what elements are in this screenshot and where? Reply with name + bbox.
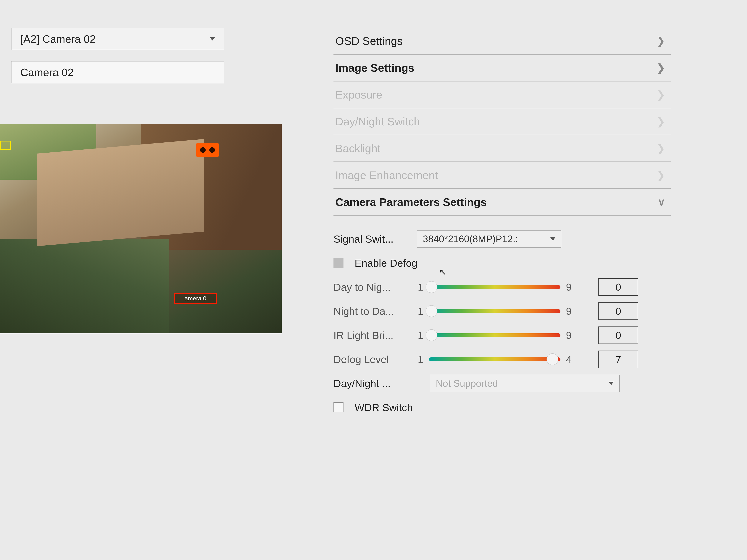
day-to-night-slider-line: Day to Nig... 1 9 0 — [334, 275, 671, 299]
preview-camera-name-overlay: amera 0 — [174, 293, 217, 304]
exposure-row: Exposure ❯ — [334, 81, 671, 108]
defog-level-value[interactable]: 7 — [598, 351, 638, 368]
ir-light-label: IR Light Bri... — [334, 329, 411, 341]
signal-switch-label: Signal Swit... — [334, 233, 411, 245]
camera-name-value: Camera 02 — [20, 66, 74, 79]
day-night-mode-value: Not Supported — [436, 378, 498, 389]
recording-indicator-icon — [197, 142, 218, 157]
slider-thumb[interactable] — [546, 353, 559, 365]
day-to-night-label: Day to Nig... — [334, 281, 411, 293]
slider-thumb[interactable] — [426, 329, 437, 341]
chevron-right-icon: ❯ — [656, 62, 665, 74]
ir-light-value[interactable]: 0 — [598, 326, 638, 344]
day-night-mode-line: Day/Night ... Not Supported — [334, 371, 671, 395]
night-to-day-slider[interactable] — [429, 309, 561, 313]
wdr-switch-line: WDR Switch — [334, 395, 671, 420]
ir-light-slider-line: IR Light Bri... 1 9 0 — [334, 323, 671, 347]
camera-parameters-row[interactable]: Camera Parameters Settings ∨ — [334, 189, 671, 216]
signal-switch-dropdown[interactable]: 3840*2160(8MP)P12.: — [417, 230, 561, 248]
image-enhancement-label: Image Enhancement — [335, 169, 438, 182]
slider-max: 9 — [565, 305, 572, 317]
camera-select-dropdown[interactable]: [A2] Camera 02 — [11, 28, 224, 50]
camera-name-input[interactable]: Camera 02 — [11, 61, 224, 83]
day-to-night-value[interactable]: 0 — [598, 278, 638, 296]
osd-settings-label: OSD Settings — [335, 35, 403, 47]
ir-light-slider[interactable] — [429, 334, 561, 337]
camera-parameters-body: Signal Swit... 3840*2160(8MP)P12.: Enabl… — [334, 216, 671, 420]
signal-switch-value: 3840*2160(8MP)P12.: — [423, 233, 518, 244]
wdr-switch-label: WDR Switch — [355, 401, 413, 414]
backlight-row: Backlight ❯ — [334, 135, 671, 162]
chevron-right-icon: ❯ — [656, 89, 665, 101]
night-to-day-slider-line: Night to Da... 1 9 0 — [334, 299, 671, 323]
chevron-right-icon: ❯ — [656, 142, 665, 154]
day-night-switch-row: Day/Night Switch ❯ — [334, 108, 671, 135]
caret-down-icon — [609, 382, 614, 385]
defog-level-label: Defog Level — [334, 353, 411, 365]
image-settings-row[interactable]: Image Settings ❯ — [334, 55, 671, 81]
backlight-label: Backlight — [335, 142, 380, 155]
image-settings-label: Image Settings — [335, 61, 414, 74]
preview-detection-box-icon — [0, 141, 11, 150]
defog-level-slider-line: Defog Level 1 4 7 — [334, 347, 671, 371]
slider-max: 9 — [565, 329, 572, 341]
slider-thumb[interactable] — [426, 305, 437, 317]
slider-min: 1 — [417, 281, 424, 293]
day-night-switch-label: Day/Night Switch — [335, 115, 420, 128]
camera-select-value: [A2] Camera 02 — [20, 33, 96, 45]
night-to-day-label: Night to Da... — [334, 305, 411, 317]
slider-min: 1 — [417, 305, 424, 317]
enable-defog-checkbox[interactable] — [334, 258, 343, 268]
chevron-right-icon: ❯ — [656, 169, 665, 181]
signal-switch-line: Signal Swit... 3840*2160(8MP)P12.: — [334, 227, 671, 251]
osd-settings-row[interactable]: OSD Settings ❯ — [334, 28, 671, 55]
night-to-day-value[interactable]: 0 — [598, 302, 638, 320]
wdr-switch-checkbox[interactable] — [334, 402, 343, 412]
cursor-pointer-icon: ↖ — [439, 267, 446, 277]
slider-min: 1 — [417, 329, 424, 341]
slider-max: 9 — [565, 281, 572, 293]
caret-down-icon — [210, 37, 215, 41]
day-night-mode-label: Day/Night ... — [334, 377, 424, 390]
chevron-down-icon: ∨ — [658, 196, 665, 208]
preview-driveway — [37, 139, 204, 246]
caret-down-icon — [550, 237, 556, 241]
slider-max: 4 — [565, 353, 572, 365]
slider-min: 1 — [417, 353, 424, 365]
image-enhancement-row: Image Enhancement ❯ — [334, 162, 671, 189]
defog-level-slider[interactable] — [429, 357, 561, 361]
slider-thumb[interactable] — [426, 281, 437, 293]
enable-defog-label: Enable Defog — [355, 257, 417, 269]
chevron-right-icon: ❯ — [656, 35, 665, 47]
chevron-right-icon: ❯ — [656, 115, 665, 127]
day-night-mode-dropdown[interactable]: Not Supported — [430, 375, 620, 392]
day-to-night-slider[interactable] — [429, 285, 561, 289]
exposure-label: Exposure — [335, 88, 382, 101]
enable-defog-line: Enable Defog ↖ — [334, 251, 671, 275]
camera-preview[interactable]: amera 0 — [0, 124, 282, 334]
camera-parameters-label: Camera Parameters Settings — [335, 196, 487, 209]
